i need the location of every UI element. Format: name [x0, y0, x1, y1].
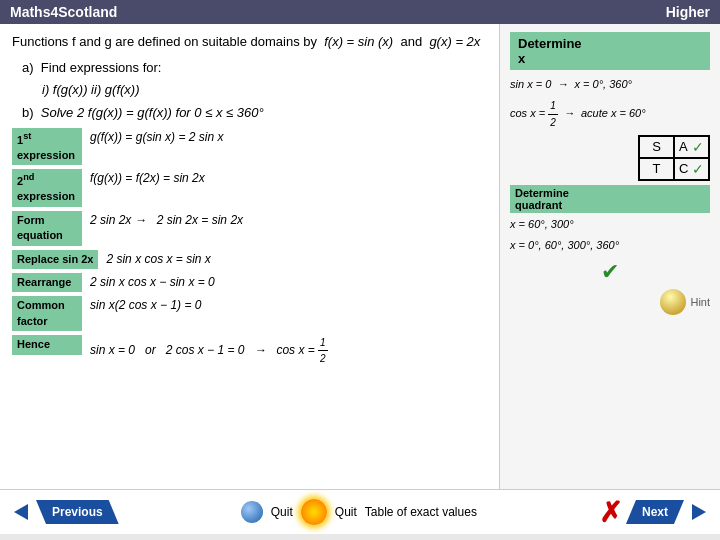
step-4-math: 2 sin x cos x = sin x	[106, 250, 210, 268]
big-checkmark: ✔	[601, 259, 619, 284]
cast-t: T	[639, 158, 674, 180]
table-label[interactable]: Table of exact values	[365, 505, 477, 519]
sun-icon[interactable]	[301, 499, 327, 525]
step-7-label: Hence	[12, 335, 82, 354]
step-4-label: Replace sin 2x	[12, 250, 98, 269]
right-math-2: cos x = 12 → acute x = 60°	[510, 98, 710, 131]
next-arrow-icon	[692, 504, 706, 520]
determine-label: Determine x	[510, 32, 710, 70]
prev-group: Previous	[14, 500, 119, 524]
right-panel: Determine x sin x = 0 → x = 0°, 360° cos…	[500, 24, 720, 489]
answer-check: ✔	[510, 259, 710, 285]
hint-label[interactable]: Hint	[690, 296, 710, 308]
next-group: ✗ Next	[599, 496, 706, 529]
step-4: Replace sin 2x 2 sin x cos x = sin x	[12, 250, 487, 269]
step-6-math: sin x(2 cos x − 1) = 0	[90, 296, 201, 314]
part-b: b) Solve 2 f(g(x)) = g(f(x)) for 0 ≤ x ≤…	[22, 103, 487, 123]
step-1-math: g(f(x)) = g(sin x) = 2 sin x	[90, 128, 223, 146]
app-level: Higher	[666, 4, 710, 20]
quit-label-1[interactable]: Quit	[271, 505, 293, 519]
quit-label-2[interactable]: Quit	[335, 505, 357, 519]
right-math-1: sin x = 0 → x = 0°, 360°	[510, 76, 710, 94]
step-3-math: 2 sin 2x → 2 sin 2x = sin 2x	[90, 211, 243, 229]
step-7: Hence sin x = 0 or 2 cos x − 1 = 0 → cos…	[12, 335, 487, 366]
quit-ball-1[interactable]	[241, 501, 263, 523]
prev-arrow-icon	[14, 504, 28, 520]
check-a: ✓	[692, 139, 704, 155]
quadrant-math: x = 60°, 300°	[510, 216, 710, 234]
app-header: Maths4Scotland Higher	[0, 0, 720, 24]
step-7-math: sin x = 0 or 2 cos x − 1 = 0 → cos x = 1…	[90, 335, 328, 366]
part-a: a) Find expressions for:	[22, 58, 487, 78]
center-nav: Quit Quit Table of exact values	[241, 499, 477, 525]
step-6: Commonfactor sin x(2 cos x − 1) = 0	[12, 296, 487, 331]
previous-button[interactable]: Previous	[36, 500, 119, 524]
check-c: ✓	[692, 161, 704, 177]
cast-a: A ✓	[674, 136, 709, 158]
step-1-label: 1stexpression	[12, 128, 82, 165]
final-answer: x = 0°, 60°, 300°, 360°	[510, 237, 710, 255]
bottom-nav: Previous Quit Quit Table of exact values…	[0, 489, 720, 534]
app-title: Maths4Scotland	[10, 4, 117, 20]
cast-c: C ✓	[674, 158, 709, 180]
step-2: 2ndexpression f(g(x)) = f(2x) = sin 2x	[12, 169, 487, 206]
step-3-label: Formequation	[12, 211, 82, 246]
step-5: Rearrange 2 sin x cos x − sin x = 0	[12, 273, 487, 292]
hint-area-right: Hint	[510, 289, 710, 315]
step-3: Formequation 2 sin 2x → 2 sin 2x = sin 2…	[12, 211, 487, 246]
question-intro: Functions f and g are defined on suitabl…	[12, 32, 487, 52]
step-6-label: Commonfactor	[12, 296, 82, 331]
main-content: Functions f and g are defined on suitabl…	[0, 24, 720, 489]
step-2-math: f(g(x)) = f(2x) = sin 2x	[90, 169, 205, 187]
next-button[interactable]: Next	[626, 500, 684, 524]
step-2-label: 2ndexpression	[12, 169, 82, 206]
cast-table: S A ✓ T C ✓	[638, 135, 710, 181]
cast-s: S	[639, 136, 674, 158]
hint-ball[interactable]	[660, 289, 686, 315]
step-1: 1stexpression g(f(x)) = g(sin x) = 2 sin…	[12, 128, 487, 165]
determine-quadrant-label: Determinequadrant	[510, 185, 710, 213]
step-5-label: Rearrange	[12, 273, 82, 292]
x-cross-icon: ✗	[599, 496, 622, 529]
part-a-sub: i) f(g(x)) ii) g(f(x))	[42, 80, 487, 100]
step-5-math: 2 sin x cos x − sin x = 0	[90, 273, 215, 291]
left-panel: Functions f and g are defined on suitabl…	[0, 24, 500, 489]
